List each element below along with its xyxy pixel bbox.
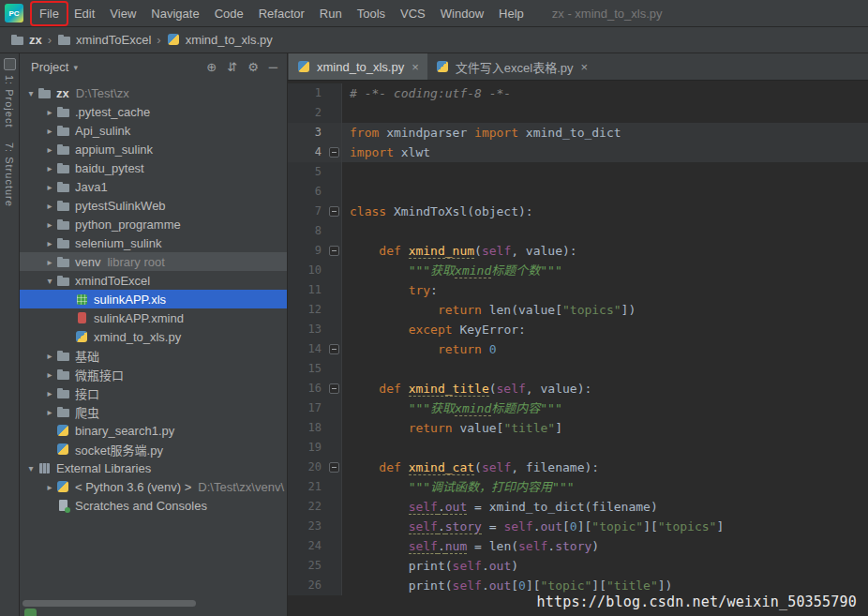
editor-tab[interactable]: xmind_to_xls.py×	[289, 53, 427, 80]
tree-row[interactable]: ▸venvlibrary root	[20, 252, 287, 271]
fold-marker-icon[interactable]	[327, 379, 341, 398]
locate-icon[interactable]: ⊕	[206, 60, 217, 74]
code-line[interactable]: 7class XmindToXsl(object):	[288, 202, 868, 221]
breadcrumb-item[interactable]: zx	[8, 33, 44, 47]
collapse-all-icon[interactable]: ⇵	[227, 60, 237, 74]
stripe-button[interactable]: 1: Project	[4, 58, 16, 128]
menu-run[interactable]: Run	[312, 3, 350, 24]
tree-row[interactable]: ▸.pytest_cache	[20, 102, 287, 121]
chevron-down-icon[interactable]: ▾	[24, 88, 37, 98]
menu-navigate[interactable]: Navigate	[143, 3, 206, 24]
close-icon[interactable]: ×	[581, 60, 589, 74]
code-editor[interactable]: 1# -*- coding:utf-8 -*-23from xmindparse…	[288, 81, 868, 616]
tree-row[interactable]: ▸< Python 3.6 (venv) >D:\Test\zx\venv\	[20, 477, 287, 496]
code-line[interactable]: 6	[288, 182, 868, 202]
menu-help[interactable]: Help	[491, 3, 531, 24]
code-line[interactable]: 2	[288, 103, 868, 123]
fold-marker-icon[interactable]	[327, 143, 341, 162]
stripe-button[interactable]: 7: Structure	[4, 143, 15, 207]
code-line[interactable]: 23 self.story = self.out[0]["topic"]["to…	[288, 517, 868, 536]
settings-icon[interactable]: ⚙	[247, 60, 259, 74]
code-line[interactable]: 17 """获取xmind标题内容"""	[288, 398, 868, 418]
menu-view[interactable]: View	[102, 3, 143, 24]
chevron-right-icon[interactable]: ▸	[43, 482, 56, 492]
code-line[interactable]: 9 def xmind_num(self, value):	[288, 241, 868, 261]
horizontal-scrollbar[interactable]	[22, 600, 196, 607]
code-line[interactable]: 16 def xmind_title(self, value):	[288, 379, 868, 398]
menu-refactor[interactable]: Refactor	[251, 3, 312, 24]
tree-row[interactable]: ▸selenium_sulink	[20, 233, 287, 252]
chevron-right-icon[interactable]: ▸	[43, 107, 56, 117]
bottom-tool-icon[interactable]	[24, 608, 37, 616]
chevron-right-icon[interactable]: ▸	[43, 388, 56, 398]
close-icon[interactable]: ×	[412, 60, 419, 74]
code-line[interactable]: 18 return value["title"]	[288, 418, 868, 438]
tree-row[interactable]: sulinkAPP.xls	[20, 290, 287, 308]
tree-row[interactable]: socket服务端.py	[20, 440, 287, 458]
code-line[interactable]: 20 def xmind_cat(self, filename):	[288, 458, 868, 477]
tree-row[interactable]: ▸pytestSulinkWeb	[20, 196, 287, 215]
chevron-right-icon[interactable]: ▸	[43, 369, 56, 380]
tree-row[interactable]: ▸python_programme	[20, 215, 287, 233]
breadcrumb-item[interactable]: xmind_to_xls.py	[165, 33, 275, 47]
code-line[interactable]: 21 """调试函数，打印内容用"""	[288, 477, 868, 497]
chevron-right-icon[interactable]: ▸	[43, 219, 56, 230]
code-line[interactable]: 4import xlwt	[288, 143, 868, 162]
menu-code[interactable]: Code	[207, 3, 251, 24]
code-line[interactable]: 3from xmindparser import xmind_to_dict	[288, 123, 868, 143]
tree-row[interactable]: ▸基础	[20, 346, 287, 365]
menu-tools[interactable]: Tools	[350, 3, 393, 24]
tree-row[interactable]: ▸baidu_pytest	[20, 158, 287, 177]
tree-row[interactable]: ▸Java1	[20, 177, 287, 196]
tree-row[interactable]: binary_search1.py	[20, 421, 287, 440]
hide-icon[interactable]: ─	[269, 60, 277, 74]
code-line[interactable]: 22 self.out = xmind_to_dict(filename)	[288, 497, 868, 517]
breadcrumb-item[interactable]: xmindToExcel	[55, 33, 153, 47]
chevron-right-icon[interactable]: ▸	[43, 238, 56, 248]
code-line[interactable]: 14 return 0	[288, 339, 868, 359]
fold-marker-icon[interactable]	[327, 202, 341, 221]
editor-tab[interactable]: 文件写入excel表格.py×	[427, 53, 596, 80]
code-line[interactable]: 13 except KeyError:	[288, 320, 868, 339]
fold-marker-icon[interactable]	[327, 458, 341, 477]
menu-vcs[interactable]: VCS	[393, 3, 433, 24]
tree-row[interactable]: ▾zxD:\Test\zx	[20, 83, 287, 102]
code-line[interactable]: 19	[288, 438, 868, 458]
menu-edit[interactable]: Edit	[67, 3, 102, 24]
chevron-right-icon[interactable]: ▸	[43, 407, 56, 417]
fold-marker-icon[interactable]	[327, 339, 341, 359]
chevron-right-icon[interactable]: ▸	[43, 257, 56, 267]
code-line[interactable]: 15	[288, 359, 868, 379]
code-line[interactable]: 25 print(self.out)	[288, 556, 868, 576]
chevron-right-icon[interactable]: ▸	[43, 351, 56, 361]
tree-row[interactable]: ▸接口	[20, 383, 287, 402]
code-line[interactable]: 1# -*- coding:utf-8 -*-	[288, 83, 868, 103]
code-line[interactable]: 11 try:	[288, 280, 868, 300]
chevron-right-icon[interactable]: ▸	[43, 201, 56, 211]
chevron-down-icon[interactable]: ▾	[24, 463, 37, 473]
chevron-right-icon[interactable]: ▸	[43, 126, 56, 136]
chevron-right-icon[interactable]: ▸	[43, 182, 56, 192]
tree-row[interactable]: ▸appium_sulink	[20, 140, 287, 158]
code-line[interactable]: 12 return len(value["topics"])	[288, 300, 868, 320]
code-line[interactable]: 24 self.num = len(self.story)	[288, 536, 868, 556]
fold-marker-icon[interactable]	[327, 241, 341, 261]
code-line[interactable]: 8	[288, 221, 868, 241]
menu-file[interactable]: File	[32, 3, 67, 24]
tree-row[interactable]: Scratches and Consoles	[20, 496, 287, 515]
chevron-down-icon[interactable]: ▾	[43, 276, 56, 286]
chevron-right-icon[interactable]: ▸	[43, 144, 56, 155]
tree-row[interactable]: xmind_to_xls.py	[20, 327, 287, 346]
code-line[interactable]: 10 """获取xmind标题个数"""	[288, 261, 868, 280]
code-line[interactable]: 5	[288, 162, 868, 182]
tree-row[interactable]: sulinkAPP.xmind	[20, 308, 287, 327]
tree-row[interactable]: ▸爬虫	[20, 402, 287, 421]
tree-row[interactable]: ▸Api_sulink	[20, 121, 287, 140]
tree-row[interactable]: ▾External Libraries	[20, 458, 287, 477]
tree-row[interactable]: ▸微瓶接口	[20, 365, 287, 383]
folder-icon	[56, 124, 70, 138]
chevron-right-icon[interactable]: ▸	[43, 163, 56, 173]
tree-row[interactable]: ▾xmindToExcel	[20, 271, 287, 290]
project-view-selector[interactable]: Project ▾	[31, 60, 78, 74]
menu-window[interactable]: Window	[433, 3, 491, 24]
